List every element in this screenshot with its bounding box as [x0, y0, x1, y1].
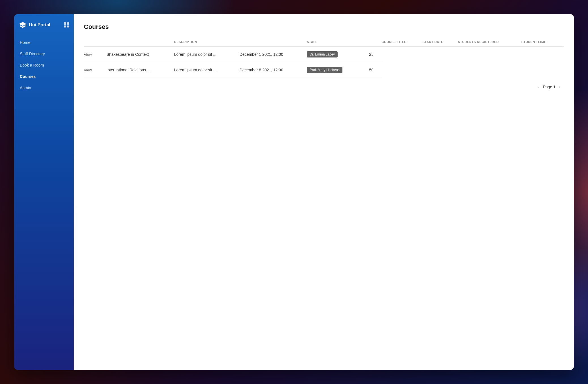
cell-description: Lorem ipsum dolor sit ...: [174, 47, 240, 62]
sidebar-header: Uni Portal: [14, 14, 74, 35]
grid-icon[interactable]: [64, 22, 69, 27]
col-description: Description: [174, 37, 240, 47]
cell-description: Lorem ipsum dolor sit ...: [174, 62, 240, 78]
courses-table: Description Staff Course TitleStart Date…: [84, 37, 564, 78]
table-body: ViewShakespeare in ContextLorem ipsum do…: [84, 47, 564, 78]
col-start-date: [240, 37, 307, 47]
cell-staff: Dr. Emma Lacey: [307, 47, 363, 62]
col-student-limit: [369, 37, 382, 47]
page-title: Courses: [84, 23, 564, 31]
pagination-prev[interactable]: ‹: [537, 84, 541, 90]
graduation-cap-icon: [19, 21, 27, 29]
sidebar-item-admin[interactable]: Admin: [14, 82, 74, 93]
cell-student-limit: 50: [369, 62, 382, 78]
table-row: ViewInternational Relations ...Lorem ips…: [84, 62, 564, 78]
sidebar-item-courses[interactable]: Courses: [14, 71, 74, 82]
cell-students-registered: [363, 47, 369, 62]
col-staff: Staff: [307, 37, 363, 47]
view-link-1[interactable]: View: [84, 68, 92, 72]
cell-start-date: December 8 2021, 12:00: [240, 62, 307, 78]
sidebar: Uni Portal HomeStaff DirectoryBook a Roo…: [14, 14, 74, 370]
app-container: Uni Portal HomeStaff DirectoryBook a Roo…: [14, 14, 574, 370]
sidebar-item-staff-directory[interactable]: Staff Directory: [14, 48, 74, 59]
pagination: ‹ Page 1 ›: [84, 84, 564, 90]
cell-course-title: Shakespeare in Context: [106, 47, 174, 62]
col-action: [84, 37, 106, 47]
table-row: ViewShakespeare in ContextLorem ipsum do…: [84, 47, 564, 62]
col-course-title: [106, 37, 174, 47]
cell-course-title: International Relations ...: [106, 62, 174, 78]
table-header-row: Description Staff Course TitleStart Date…: [84, 37, 564, 47]
staff-badge: Prof. Mary Hitchens: [307, 67, 342, 73]
view-link-0[interactable]: View: [84, 52, 92, 57]
pagination-page: Page 1: [543, 85, 555, 89]
sidebar-app-title: Uni Portal: [29, 22, 50, 27]
col-students-registered: [363, 37, 369, 47]
staff-badge: Dr. Emma Lacey: [307, 51, 338, 57]
sidebar-item-home[interactable]: Home: [14, 37, 74, 48]
cell-start-date: December 1 2021, 12:00: [240, 47, 307, 62]
cell-student-limit: 25: [369, 47, 382, 62]
sidebar-item-book-a-room[interactable]: Book a Room: [14, 59, 74, 71]
sidebar-logo: Uni Portal: [19, 21, 50, 29]
sidebar-nav: HomeStaff DirectoryBook a RoomCoursesAdm…: [14, 35, 74, 96]
pagination-next[interactable]: ›: [558, 84, 561, 90]
cell-staff: Prof. Mary Hitchens: [307, 62, 363, 78]
cell-students-registered: [363, 62, 369, 78]
table-header: Description Staff Course TitleStart Date…: [84, 37, 564, 47]
main-content: Courses Description Staff Course TitleSt…: [74, 14, 574, 370]
